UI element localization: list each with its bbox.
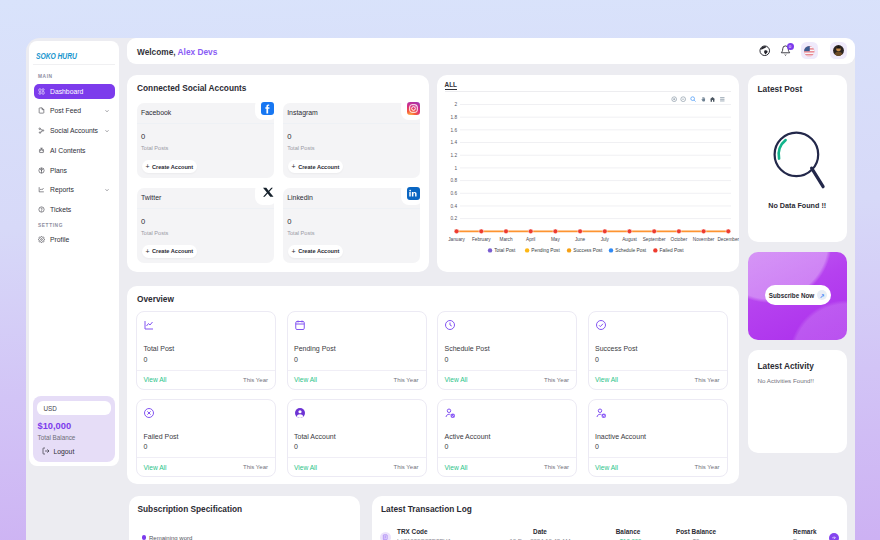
svg-text:Success Post: Success Post [573,248,603,253]
svg-text:July: July [601,237,610,242]
svg-text:1: 1 [454,166,457,171]
svg-text:Schedule Post: Schedule Post [615,248,647,253]
svg-text:January: January [448,237,465,242]
svg-text:0.8: 0.8 [450,178,457,183]
svg-text:1.4: 1.4 [450,140,457,145]
svg-text:0.4: 0.4 [450,204,457,209]
svg-text:0.2: 0.2 [450,216,457,221]
svg-text:2: 2 [454,102,457,107]
svg-text:March: March [499,237,512,242]
svg-text:June: June [575,237,586,242]
svg-text:Total Post: Total Post [494,248,516,253]
svg-text:October: October [671,237,688,242]
svg-text:Failed Post: Failed Post [660,248,685,253]
svg-text:Pending Post: Pending Post [531,248,560,253]
svg-text:April: April [526,237,535,242]
svg-text:December: December [717,237,739,242]
svg-text:1.2: 1.2 [450,153,457,158]
svg-text:February: February [472,237,491,242]
svg-text:August: August [622,237,637,242]
svg-text:0.6: 0.6 [450,191,457,196]
svg-text:1.6: 1.6 [450,128,457,133]
svg-text:November: November [693,237,715,242]
svg-text:September: September [643,237,666,242]
svg-text:1.8: 1.8 [450,115,457,120]
svg-text:May: May [551,237,561,242]
